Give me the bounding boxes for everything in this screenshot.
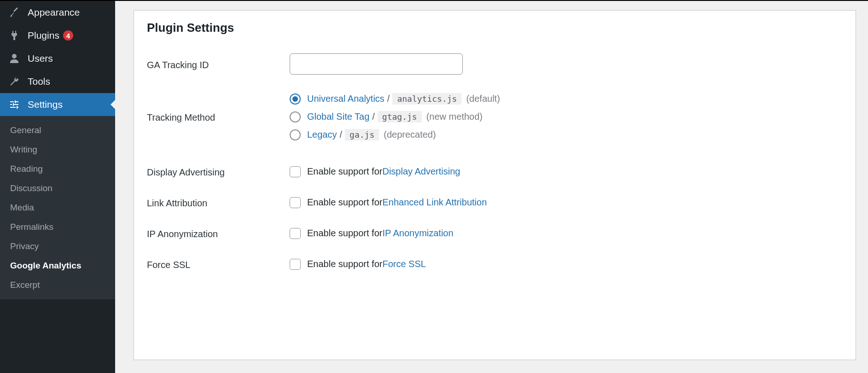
code-ga-js: ga.js xyxy=(345,129,379,140)
row-link-attribution: Link Attribution Enable support for Enha… xyxy=(147,196,843,209)
wrench-icon xyxy=(8,76,20,87)
checkbox-link-attribution[interactable] xyxy=(290,197,301,208)
sliders-icon xyxy=(8,99,20,111)
submenu-google-analytics[interactable]: Google Analytics xyxy=(0,256,115,275)
submenu-general[interactable]: General xyxy=(0,121,115,140)
settings-panel: Plugin Settings GA Tracking ID Tracking … xyxy=(134,10,856,360)
radio-legacy[interactable]: Legacy / ga.js (deprecated) xyxy=(290,129,843,140)
user-icon xyxy=(8,52,20,64)
label-tracking-id: GA Tracking ID xyxy=(147,58,290,70)
row-display-advertising: Display Advertising Enable support for D… xyxy=(147,165,843,178)
row-tracking-id: GA Tracking ID xyxy=(147,53,843,75)
checkbox-display-advertising[interactable] xyxy=(290,166,301,177)
radio-universal-analytics[interactable]: Universal Analytics / analytics.js (defa… xyxy=(290,93,843,105)
link-global-site-tag[interactable]: Global Site Tag xyxy=(307,111,369,122)
radio-input-gtag[interactable] xyxy=(290,111,301,122)
checkbox-prefix: Enable support for xyxy=(307,259,382,269)
row-force-ssl: Force SSL Enable support for Force SSL xyxy=(147,258,843,270)
note-default: (default) xyxy=(466,93,500,104)
note-new-method: (new method) xyxy=(426,111,483,122)
submenu-excerpt[interactable]: Excerpt xyxy=(0,275,115,295)
ga-tracking-id-input[interactable] xyxy=(290,53,463,75)
sidebar-label: Settings xyxy=(28,99,63,110)
label-link-attribution: Link Attribution xyxy=(147,196,290,209)
row-ip-anonymization: IP Anonymization Enable support for IP A… xyxy=(147,227,843,239)
row-tracking-method: Tracking Method Universal Analytics / an… xyxy=(147,93,843,147)
link-legacy[interactable]: Legacy xyxy=(307,129,337,140)
settings-submenu: General Writing Reading Discussion Media… xyxy=(0,116,115,299)
submenu-reading[interactable]: Reading xyxy=(0,159,115,179)
label-force-ssl: Force SSL xyxy=(147,258,290,270)
sidebar-label: Users xyxy=(28,53,53,64)
checkbox-force-ssl[interactable] xyxy=(290,259,301,270)
submenu-media[interactable]: Media xyxy=(0,198,115,217)
radio-global-site-tag[interactable]: Global Site Tag / gtag.js (new method) xyxy=(290,111,843,122)
sidebar-label: Plugins xyxy=(28,30,59,41)
checkbox-ip-anonymization[interactable] xyxy=(290,228,301,239)
label-ip-anonymization: IP Anonymization xyxy=(147,227,290,239)
submenu-permalinks[interactable]: Permalinks xyxy=(0,217,115,237)
checkbox-prefix: Enable support for xyxy=(307,228,382,239)
code-analytics-js: analytics.js xyxy=(392,93,461,105)
plug-icon xyxy=(8,29,20,41)
link-display-advertising[interactable]: Display Advertising xyxy=(382,166,460,177)
sidebar-item-users[interactable]: Users xyxy=(0,47,115,70)
note-deprecated: (deprecated) xyxy=(384,129,436,140)
label-display-advertising: Display Advertising xyxy=(147,165,290,178)
submenu-discussion[interactable]: Discussion xyxy=(0,179,115,198)
link-universal-analytics[interactable]: Universal Analytics xyxy=(307,93,384,104)
submenu-writing[interactable]: Writing xyxy=(0,140,115,159)
sidebar-item-plugins[interactable]: Plugins 4 xyxy=(0,24,115,47)
sidebar-item-appearance[interactable]: Appearance xyxy=(0,1,115,24)
content-area: Plugin Settings GA Tracking ID Tracking … xyxy=(115,1,868,373)
checkbox-prefix: Enable support for xyxy=(307,197,382,208)
link-ip-anonymization[interactable]: IP Anonymization xyxy=(382,228,453,239)
checkbox-prefix: Enable support for xyxy=(307,166,382,177)
sidebar-label: Tools xyxy=(28,76,50,87)
radio-input-universal[interactable] xyxy=(290,93,301,105)
admin-sidebar: Appearance Plugins 4 Users Tools xyxy=(0,1,115,373)
link-force-ssl[interactable]: Force SSL xyxy=(382,259,425,269)
radio-input-legacy[interactable] xyxy=(290,129,301,140)
code-gtag-js: gtag.js xyxy=(378,111,422,122)
sidebar-label: Appearance xyxy=(28,7,80,18)
sidebar-item-tools[interactable]: Tools xyxy=(0,70,115,93)
link-enhanced-attribution[interactable]: Enhanced Link Attribution xyxy=(382,197,487,208)
submenu-privacy[interactable]: Privacy xyxy=(0,237,115,256)
plugins-update-badge: 4 xyxy=(63,30,73,41)
sidebar-item-settings[interactable]: Settings xyxy=(0,93,115,116)
page-heading: Plugin Settings xyxy=(147,21,843,35)
label-tracking-method: Tracking Method xyxy=(147,93,290,123)
brush-icon xyxy=(8,6,20,18)
